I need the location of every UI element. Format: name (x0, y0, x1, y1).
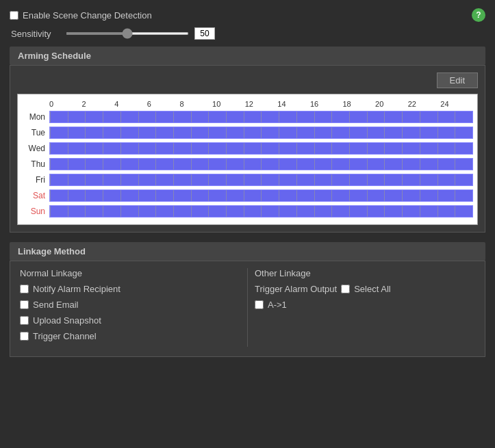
tick-24: 24 (440, 100, 473, 108)
row-sun: Sun (22, 204, 473, 219)
grid-rows: Mon Tue Wed Thu (22, 109, 473, 219)
tick-4: 4 (114, 100, 147, 108)
select-all-checkbox[interactable] (341, 285, 350, 293)
other-linkage-header: Other Linkage (255, 268, 475, 278)
sensitivity-value: 50 (194, 27, 215, 40)
enable-row: Enable Scene Change Detection ? (10, 8, 485, 22)
column-divider (247, 268, 248, 347)
row-thu: Thu (22, 157, 473, 172)
schedule-edit-row: Edit (17, 73, 478, 88)
main-container: Enable Scene Change Detection ? Sensitiv… (0, 0, 495, 365)
top-section: Enable Scene Change Detection ? Sensitiv… (10, 8, 485, 40)
bar-sat (49, 189, 473, 202)
label-sun: Sun (22, 207, 49, 216)
label-thu: Thu (22, 159, 49, 169)
label-tue: Tue (22, 128, 49, 137)
bar-tue (49, 127, 473, 139)
tick-8: 8 (179, 100, 212, 108)
a1-item: A->1 (255, 300, 475, 310)
label-wed: Wed (22, 144, 49, 153)
linkage-method-header: Linkage Method (10, 242, 485, 261)
a1-label: A->1 (268, 300, 287, 310)
linkage-body: Normal Linkage Notify Alarm Recipient Se… (10, 261, 485, 357)
arming-schedule-header: Arming Schedule (10, 47, 485, 65)
tick-20: 20 (375, 100, 408, 108)
upload-snapshot-checkbox[interactable] (20, 316, 29, 325)
tick-22: 22 (408, 100, 441, 108)
normal-linkage-col: Normal Linkage Notify Alarm Recipient Se… (20, 268, 240, 347)
a1-checkbox[interactable] (255, 300, 264, 309)
tick-6: 6 (147, 100, 180, 108)
send-email-item: Send Email (20, 300, 240, 310)
notify-alarm-item: Notify Alarm Recipient (20, 284, 240, 294)
schedule-container: Edit 0 2 4 6 8 10 12 14 16 18 20 22 2 (10, 65, 485, 233)
row-wed: Wed (22, 141, 473, 156)
tick-16: 16 (310, 100, 343, 108)
linkage-columns: Normal Linkage Notify Alarm Recipient Se… (20, 268, 475, 347)
slider-container: 50 (66, 27, 215, 40)
upload-snapshot-label: Upload Snapshot (33, 315, 101, 326)
tick-14: 14 (277, 100, 310, 108)
trigger-channel-checkbox[interactable] (20, 332, 29, 341)
time-axis: 0 2 4 6 8 10 12 14 16 18 20 22 24 (49, 100, 473, 108)
tick-2: 2 (82, 100, 115, 108)
send-email-label: Send Email (33, 300, 78, 310)
help-icon[interactable]: ? (472, 8, 485, 22)
label-fri: Fri (22, 175, 49, 185)
row-fri: Fri (22, 172, 473, 187)
enable-scene-checkbox[interactable] (10, 11, 18, 20)
arming-section: Arming Schedule Edit 0 2 4 6 8 10 12 14 … (10, 47, 485, 233)
row-tue: Tue (22, 125, 473, 140)
enable-scene-label: Enable Scene Change Detection (23, 10, 152, 21)
enable-left: Enable Scene Change Detection (10, 10, 152, 21)
tick-12: 12 (245, 100, 278, 108)
tick-18: 18 (342, 100, 375, 108)
row-sat: Sat (22, 188, 473, 203)
notify-alarm-checkbox[interactable] (20, 285, 29, 293)
tick-10: 10 (212, 100, 245, 108)
bar-fri (49, 174, 473, 186)
notify-alarm-label: Notify Alarm Recipient (33, 284, 120, 294)
send-email-checkbox[interactable] (20, 300, 29, 309)
bar-sun (49, 205, 473, 218)
bar-mon (49, 111, 473, 123)
label-mon: Mon (22, 112, 49, 122)
sensitivity-row: Sensitivity 50 (11, 27, 485, 40)
tick-0: 0 (49, 100, 82, 108)
normal-linkage-header: Normal Linkage (20, 268, 240, 278)
schedule-grid: 0 2 4 6 8 10 12 14 16 18 20 22 24 (17, 94, 478, 225)
label-sat: Sat (22, 191, 49, 200)
bar-thu (49, 158, 473, 170)
edit-button[interactable]: Edit (437, 73, 478, 88)
bar-wed (49, 142, 473, 155)
trigger-alarm-label: Trigger Alarm Output (255, 284, 337, 294)
upload-snapshot-item: Upload Snapshot (20, 315, 240, 326)
row-mon: Mon (22, 109, 473, 124)
trigger-channel-item: Trigger Channel (20, 331, 240, 341)
linkage-section: Linkage Method Normal Linkage Notify Ala… (10, 242, 485, 357)
trigger-channel-label: Trigger Channel (33, 331, 97, 341)
sensitivity-label: Sensitivity (11, 29, 59, 39)
select-all-label: Select All (354, 284, 390, 294)
other-linkage-col: Other Linkage Trigger Alarm Output Selec… (255, 268, 475, 347)
sensitivity-slider[interactable] (66, 32, 189, 35)
trigger-alarm-row: Trigger Alarm Output Select All (255, 284, 475, 294)
